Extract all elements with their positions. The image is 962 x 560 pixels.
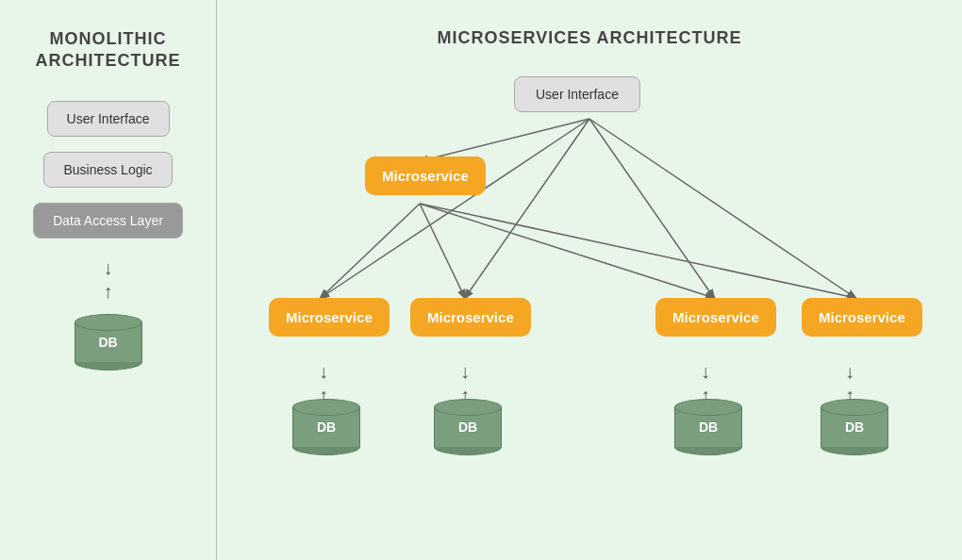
svg-line-6 [420,204,465,298]
ms-db-2: DB [434,399,502,455]
mono-db-label: DB [98,335,117,350]
mono-dal-box: Data Access Layer [33,203,183,239]
svg-line-7 [420,204,714,298]
mono-db-top [75,314,142,331]
mono-db-arrows: ↓ ↑ [104,257,113,303]
mono-db: DB [75,314,142,371]
svg-line-8 [420,204,855,298]
right-panel: MICROSERVICES ARCHITECTURE [217,0,962,560]
ms-box-1: Microservice [269,298,390,337]
ms-db-4: DB [821,399,888,455]
svg-line-1 [321,119,589,298]
ms-ui-box: User Interface [514,76,640,112]
ms-box-4: Microservice [802,298,922,337]
mono-business-box: Business Logic [43,152,172,188]
svg-line-3 [589,119,714,298]
microservices-title: MICROSERVICES ARCHITECTURE [437,28,741,48]
main-container: MONOLITHIC ARCHITECTURE User Interface B… [0,0,962,560]
ms-box-3: Microservice [655,298,776,337]
ms-db-3: DB [674,399,742,455]
ms-box-2: Microservice [410,298,531,337]
ms-top-box: Microservice [365,156,486,195]
left-panel: MONOLITHIC ARCHITECTURE User Interface B… [0,0,217,560]
diagram-area: User Interface Microservice Microservice… [222,67,957,538]
svg-line-5 [321,204,420,298]
ms-db-1: DB [292,399,360,455]
mono-ui-box: User Interface [47,101,170,137]
monolithic-title: MONOLITHIC ARCHITECTURE [36,28,181,73]
